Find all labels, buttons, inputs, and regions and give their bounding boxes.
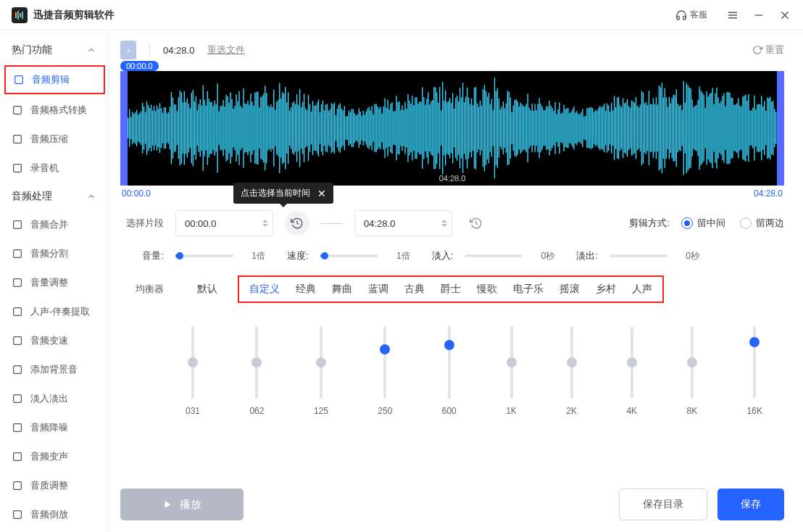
eq-band-slider[interactable] bbox=[448, 326, 451, 399]
svg-rect-325 bbox=[560, 114, 561, 142]
sidebar-item-proc-0[interactable]: 音频合并 bbox=[0, 210, 108, 239]
svg-rect-474 bbox=[775, 112, 776, 144]
svg-rect-96 bbox=[230, 92, 230, 164]
radio-keep-sides[interactable]: 留两边 bbox=[740, 217, 784, 230]
close-icon[interactable] bbox=[778, 9, 791, 22]
sidebar-item-proc-9[interactable]: 音质调整 bbox=[0, 471, 108, 500]
eq-tab[interactable]: 蓝调 bbox=[368, 283, 388, 296]
sidebar-item-proc-4[interactable]: 音频变速 bbox=[0, 326, 108, 355]
eq-band-slider[interactable] bbox=[631, 326, 633, 399]
pick-current-time-end-button[interactable] bbox=[464, 211, 488, 236]
sidebar-group-processing[interactable]: 音频处理 bbox=[0, 183, 108, 210]
svg-rect-130 bbox=[279, 83, 280, 173]
play-button[interactable]: 播放 bbox=[120, 489, 244, 520]
save-button[interactable]: 保存 bbox=[717, 489, 784, 520]
sidebar-item-proc-3[interactable]: 人声-伴奏提取 bbox=[0, 297, 108, 326]
waveform-handle-left[interactable] bbox=[120, 71, 128, 186]
waveform-graphic bbox=[128, 71, 777, 185]
eq-tab-default[interactable]: 默认 bbox=[197, 283, 217, 296]
svg-rect-392 bbox=[657, 104, 658, 151]
svg-rect-191 bbox=[367, 109, 368, 148]
reset-button[interactable]: 重置 bbox=[752, 43, 784, 57]
svg-rect-84 bbox=[212, 106, 213, 149]
svg-rect-139 bbox=[292, 103, 293, 154]
svg-rect-117 bbox=[260, 97, 261, 159]
svg-rect-113 bbox=[254, 93, 255, 164]
sidebar-group-hot[interactable]: 热门功能 bbox=[0, 36, 108, 64]
eq-band-slider[interactable] bbox=[753, 326, 756, 399]
speed-slider[interactable]: 1倍 bbox=[320, 250, 410, 262]
svg-rect-430 bbox=[712, 88, 712, 168]
svg-rect-400 bbox=[669, 97, 670, 159]
eq-band-label: 125 bbox=[314, 406, 328, 416]
spin-up-icon[interactable] bbox=[441, 217, 447, 223]
spin-up-icon[interactable] bbox=[262, 217, 268, 223]
eq-band-slider[interactable] bbox=[691, 326, 694, 399]
sidebar-item-proc-5[interactable]: 添加背景音 bbox=[0, 355, 108, 384]
eq-band-slider[interactable] bbox=[191, 326, 194, 399]
eq-tab[interactable]: 人声 bbox=[632, 283, 652, 296]
support-button[interactable]: 客服 bbox=[675, 9, 707, 21]
svg-rect-94 bbox=[227, 96, 228, 160]
eq-tab[interactable]: 摇滚 bbox=[559, 283, 580, 296]
eq-tab[interactable]: 爵士 bbox=[441, 283, 461, 296]
svg-rect-440 bbox=[726, 92, 727, 164]
svg-rect-381 bbox=[641, 91, 642, 165]
eq-band-slider[interactable] bbox=[383, 326, 386, 399]
sidebar-item-0[interactable]: 音频剪辑 bbox=[4, 65, 105, 94]
save-directory-button[interactable]: 保存目录 bbox=[619, 489, 707, 520]
spin-down-icon[interactable] bbox=[441, 224, 447, 230]
svg-rect-135 bbox=[286, 102, 287, 154]
svg-rect-456 bbox=[749, 110, 750, 146]
segment-end-input[interactable]: 04:28.0 bbox=[354, 210, 452, 236]
svg-rect-225 bbox=[416, 97, 417, 159]
waveform-handle-right[interactable] bbox=[777, 71, 784, 186]
eq-tab[interactable]: 自定义 bbox=[249, 283, 280, 296]
tooltip-close-icon[interactable]: ✕ bbox=[317, 188, 326, 199]
svg-rect-115 bbox=[257, 91, 258, 165]
sidebar-item-icon bbox=[12, 451, 23, 462]
sidebar-item-proc-7[interactable]: 音频降噪 bbox=[0, 413, 108, 442]
eq-tab[interactable]: 慢歌 bbox=[477, 283, 497, 296]
svg-rect-188 bbox=[363, 110, 364, 145]
eq-tab[interactable]: 经典 bbox=[296, 283, 316, 296]
eq-tab[interactable]: 古典 bbox=[404, 283, 425, 296]
eq-band-slider[interactable] bbox=[255, 326, 258, 399]
sidebar: 热门功能 音频剪辑音频格式转换音频压缩录音机 音频处理 音频合并音频分割音量调整… bbox=[0, 30, 109, 532]
sidebar-item-2[interactable]: 音频压缩 bbox=[0, 125, 108, 154]
segment-start-input[interactable]: 00:00.0 bbox=[175, 210, 273, 236]
eq-band-slider[interactable] bbox=[570, 326, 573, 399]
sidebar-item-1[interactable]: 音频格式转换 bbox=[0, 96, 108, 125]
sidebar-item-proc-6[interactable]: 淡入淡出 bbox=[0, 384, 108, 413]
pick-current-time-start-button[interactable] bbox=[285, 211, 309, 236]
volume-slider[interactable]: 1倍 bbox=[175, 250, 265, 262]
minimize-icon[interactable] bbox=[752, 9, 765, 22]
eq-band-slider[interactable] bbox=[510, 326, 513, 399]
sidebar-item-3[interactable]: 录音机 bbox=[0, 154, 108, 183]
waveform[interactable]: 04:28.0 bbox=[120, 71, 784, 186]
radio-keep-middle[interactable]: 留中间 bbox=[681, 217, 725, 230]
chevron-up-icon bbox=[86, 191, 96, 201]
sidebar-item-proc-2[interactable]: 音量调整 bbox=[0, 268, 108, 297]
fadeout-slider[interactable]: 0秒 bbox=[609, 250, 699, 262]
sidebar-item-proc-8[interactable]: 音频变声 bbox=[0, 442, 108, 471]
spin-down-icon[interactable] bbox=[262, 224, 268, 230]
svg-rect-432 bbox=[715, 93, 715, 163]
fadein-slider[interactable]: 0秒 bbox=[465, 250, 554, 262]
sidebar-item-label: 音质调整 bbox=[30, 479, 68, 492]
sidebar-item-label: 音频剪辑 bbox=[32, 73, 70, 86]
sidebar-item-proc-1[interactable]: 音频分割 bbox=[0, 239, 108, 268]
menu-icon[interactable] bbox=[726, 9, 739, 22]
reselect-file-link[interactable]: 重选文件 bbox=[207, 43, 245, 57]
svg-rect-399 bbox=[667, 107, 668, 149]
svg-rect-86 bbox=[215, 104, 216, 152]
svg-rect-448 bbox=[738, 98, 738, 158]
svg-rect-214 bbox=[400, 110, 401, 146]
eq-tab[interactable]: 舞曲 bbox=[332, 283, 352, 296]
eq-tab[interactable]: 乡村 bbox=[596, 283, 616, 296]
sidebar-item-proc-10[interactable]: 音频倒放 bbox=[0, 500, 108, 529]
svg-rect-284 bbox=[502, 107, 502, 149]
eq-tab[interactable]: 电子乐 bbox=[513, 283, 544, 296]
eq-band-slider[interactable] bbox=[320, 326, 323, 399]
svg-rect-358 bbox=[608, 105, 609, 150]
